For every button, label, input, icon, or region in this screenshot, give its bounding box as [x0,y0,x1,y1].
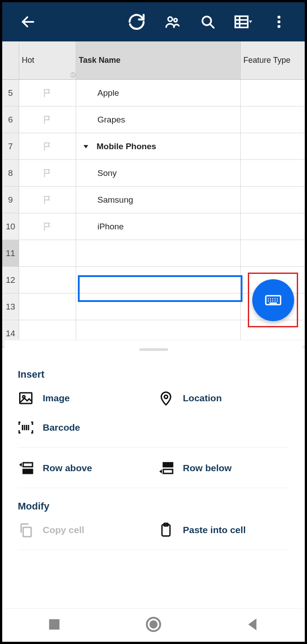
table-row[interactable]: 6Grapes [2,106,305,133]
option-label: Image [43,393,70,404]
row-number[interactable]: 5 [2,80,19,106]
hot-cell[interactable] [19,187,76,213]
feature-cell[interactable] [241,213,305,240]
option-label: Paste into cell [183,525,246,535]
view-picker-button[interactable] [230,8,257,35]
appbar [2,2,305,41]
nav-back-button[interactable] [244,615,262,633]
column-header-feature[interactable]: Feature Type [241,41,305,79]
annotation-highlight [248,273,298,327]
row-number[interactable]: 11 [2,240,19,266]
svg-line-4 [210,24,214,28]
overflow-menu-button[interactable] [266,8,292,35]
row-number[interactable]: 10 [2,213,19,240]
task-cell[interactable]: Mobile Phones [76,133,241,159]
insert-location-option[interactable]: Location [158,390,289,406]
feature-cell[interactable] [241,106,305,133]
insert-row-below-option[interactable]: Row below [158,460,289,476]
option-label: Copy cell [43,525,84,535]
paste-cell-option[interactable]: Paste into cell [158,522,289,538]
hot-cell[interactable] [19,160,76,186]
row-number[interactable]: 12 [2,267,19,293]
svg-rect-36 [163,469,173,473]
hot-cell[interactable] [19,106,76,133]
task-cell[interactable]: Apple [76,80,241,106]
option-label: Row above [43,463,92,473]
home-button[interactable] [145,615,162,633]
column-headers: Hotⓘ Task Name Feature Type [2,41,305,80]
row-number[interactable]: 8 [2,160,19,186]
column-header-label: Hot [22,56,34,65]
hot-cell[interactable] [19,213,76,240]
feature-cell[interactable] [241,133,305,159]
divider [18,447,289,448]
svg-marker-13 [84,145,89,148]
task-cell[interactable] [76,267,241,293]
svg-point-42 [149,620,158,628]
refresh-button[interactable] [123,8,150,35]
divider [18,550,289,550]
table-row[interactable]: 8Sony [2,160,305,187]
task-cell-text: iPhone [97,222,124,232]
hot-cell[interactable] [19,267,76,293]
task-cell[interactable]: Grapes [76,106,241,133]
search-button[interactable] [194,8,221,35]
divider [18,488,289,488]
feature-cell[interactable] [241,187,305,213]
table-row[interactable]: 10iPhone [2,213,305,240]
column-header-label: Feature Type [243,56,291,65]
row-number[interactable]: 6 [2,106,19,133]
svg-point-10 [278,16,281,19]
insert-barcode-option[interactable]: Barcode [18,420,149,436]
corner-cell[interactable] [2,41,19,79]
svg-marker-9 [249,20,252,23]
task-cell[interactable]: Samsung [76,187,241,213]
task-cell[interactable] [76,293,241,320]
hot-cell[interactable] [19,80,76,106]
svg-point-2 [174,19,177,22]
keyboard-fab[interactable] [252,279,294,321]
task-cell-text: Apple [97,88,119,98]
drag-handle[interactable] [139,348,168,351]
modify-section-title: Modify [18,501,289,512]
task-cell[interactable]: iPhone [76,213,241,240]
hot-cell[interactable] [19,240,76,266]
svg-marker-43 [248,618,256,630]
task-cell[interactable] [76,240,241,266]
share-people-button[interactable] [159,8,186,35]
row-number[interactable]: 7 [2,133,19,159]
svg-point-12 [278,25,281,28]
column-header-hot[interactable]: Hotⓘ [19,41,76,79]
table-row[interactable]: 9Samsung [2,187,305,213]
task-cell-text: Grapes [97,115,125,125]
svg-rect-37 [23,527,31,537]
option-label: Row below [183,463,232,473]
feature-cell[interactable] [241,240,305,266]
recent-apps-button[interactable] [45,615,63,633]
hot-cell[interactable] [19,293,76,320]
column-header-task[interactable]: Task Name [76,41,241,79]
svg-point-28 [164,395,168,399]
row-above-icon [18,460,34,476]
feature-cell[interactable] [241,160,305,186]
table-row[interactable]: 7Mobile Phones [2,133,305,160]
task-cell[interactable]: Sony [76,160,241,186]
feature-cell[interactable] [241,80,305,106]
hot-cell[interactable] [19,133,76,159]
row-number[interactable]: 13 [2,293,19,320]
insert-image-option[interactable]: Image [18,390,149,406]
back-button[interactable] [15,8,41,35]
task-cell-text: Sony [97,168,117,178]
svg-rect-34 [23,469,32,473]
column-header-label: Task Name [79,56,121,65]
svg-rect-33 [23,463,32,467]
copy-cell-option: Copy cell [18,522,149,538]
insert-row-above-option[interactable]: Row above [18,460,149,476]
task-cell-text: Samsung [97,195,133,205]
table-row[interactable]: 11 [2,240,305,267]
row-number[interactable]: 9 [2,187,19,213]
android-navbar [4,608,303,640]
option-label: Location [183,393,222,404]
copy-icon [18,522,34,538]
table-row[interactable]: 5Apple [2,80,305,106]
